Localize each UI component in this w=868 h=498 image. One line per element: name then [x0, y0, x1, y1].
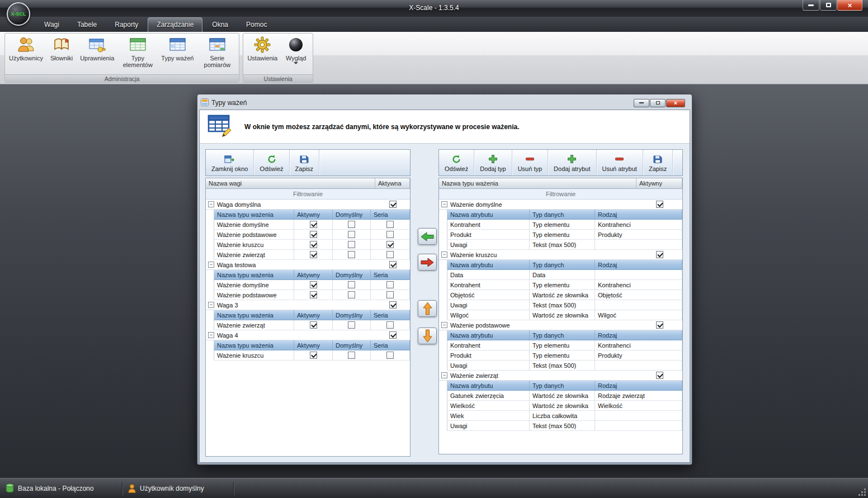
tab-wagi[interactable]: Wagi: [36, 18, 68, 32]
data-row[interactable]: UwagiTekst (max 500): [447, 240, 682, 250]
checkbox[interactable]: [348, 251, 355, 258]
data-row[interactable]: Ważenie podstawowe: [214, 230, 410, 240]
checkbox[interactable]: [389, 331, 397, 339]
data-row[interactable]: Ważenie domyślne: [214, 280, 410, 290]
checkbox[interactable]: [389, 261, 397, 268]
sub-column-header-seria[interactable]: Seria: [371, 270, 410, 279]
tab-tabele[interactable]: Tabele: [69, 18, 105, 32]
checkbox[interactable]: [386, 231, 394, 238]
sub-column-header-domyślny[interactable]: Domyślny: [333, 340, 371, 350]
checkbox[interactable]: [386, 251, 394, 258]
toolbar-button-zapisz[interactable]: Zapisz: [643, 150, 673, 176]
checkbox[interactable]: [310, 281, 317, 288]
data-row[interactable]: KontrahentTyp elementuKontrahenci: [447, 220, 682, 230]
group-row-ważenie-domyślne[interactable]: −Ważenie domyślne: [439, 200, 682, 210]
sub-column-header-nazwa-typu-ważenia[interactable]: Nazwa typu ważenia: [214, 270, 294, 279]
data-row[interactable]: UwagiTekst (max 500): [447, 300, 682, 310]
sub-column-header-aktywny[interactable]: Aktywny: [294, 270, 333, 279]
ribbon-item-wygląd[interactable]: Wygląd: [280, 34, 312, 74]
collapse-icon[interactable]: −: [441, 322, 447, 328]
sub-column-header-nazwa-typu-ważenia[interactable]: Nazwa typu ważenia: [214, 210, 294, 219]
toolbar-button-usuń-typ[interactable]: Usuń typ: [512, 150, 548, 176]
group-row-waga-4[interactable]: −Waga 4: [206, 330, 410, 340]
ribbon-item-słowniki[interactable]: Słowniki: [46, 34, 77, 74]
dialog-close-button[interactable]: ×: [666, 99, 685, 107]
sub-column-header-seria[interactable]: Seria: [371, 210, 410, 219]
sub-column-header-typ-danych[interactable]: Typ danych: [530, 210, 595, 219]
sub-column-header-rodzaj[interactable]: Rodzaj: [595, 330, 682, 340]
checkbox[interactable]: [386, 291, 394, 298]
data-row[interactable]: Ważenie domyślne: [214, 220, 410, 230]
checkbox[interactable]: [386, 221, 394, 228]
tab-okna[interactable]: Okna: [204, 18, 237, 32]
checkbox[interactable]: [656, 251, 663, 258]
sub-column-header-nazwa-typu-ważenia[interactable]: Nazwa typu ważenia: [214, 340, 294, 350]
checkbox[interactable]: [310, 251, 317, 258]
data-row[interactable]: ProduktTyp elementuProdukty: [447, 230, 682, 240]
minimize-button[interactable]: [803, 0, 819, 11]
toolbar-button-zapisz[interactable]: Zapisz: [290, 150, 319, 176]
collapse-icon[interactable]: −: [441, 252, 447, 258]
move-right-button[interactable]: [418, 254, 437, 271]
move-left-button[interactable]: [418, 228, 437, 245]
sub-column-header-aktywny[interactable]: Aktywny: [294, 210, 333, 219]
checkbox[interactable]: [656, 201, 663, 208]
group-row-ważenie-podstawowe[interactable]: −Ważenie podstawowe: [439, 320, 682, 330]
data-row[interactable]: UwagiTekst (max 500): [447, 361, 682, 371]
sub-column-header-nazwa-atrybutu[interactable]: Nazwa atrybutu: [447, 330, 530, 340]
sub-column-header-domyślny[interactable]: Domyślny: [333, 310, 371, 320]
dialog-minimize-button[interactable]: [634, 99, 649, 107]
data-row[interactable]: Ważenie podstawowe: [214, 290, 410, 300]
sub-column-header-typ-danych[interactable]: Typ danych: [530, 260, 595, 269]
ribbon-item-uprawnienia[interactable]: Uprawnienia: [77, 34, 117, 74]
sub-column-header-nazwa-typu-ważenia[interactable]: Nazwa typu ważenia: [214, 310, 294, 320]
sub-column-header-nazwa-atrybutu[interactable]: Nazwa atrybutu: [447, 210, 530, 219]
ribbon-item-typy-elementów[interactable]: Typy elementów: [117, 34, 158, 74]
sub-column-header-seria[interactable]: Seria: [371, 340, 410, 350]
collapse-icon[interactable]: −: [208, 332, 214, 338]
column-header-aktywny[interactable]: Aktywny: [636, 178, 682, 188]
checkbox[interactable]: [348, 281, 355, 288]
group-row-waga-testowa[interactable]: −Waga testowa: [206, 260, 410, 270]
sub-column-header-rodzaj[interactable]: Rodzaj: [595, 210, 682, 219]
data-row[interactable]: WiekLiczba całkowita: [447, 411, 682, 421]
checkbox[interactable]: [310, 241, 317, 248]
checkbox[interactable]: [348, 241, 355, 248]
checkbox[interactable]: [386, 241, 394, 248]
data-row[interactable]: WielkośćWartość ze słownikaWielkość: [447, 401, 682, 411]
sub-column-header-seria[interactable]: Seria: [371, 310, 410, 320]
sub-column-header-nazwa-atrybutu[interactable]: Nazwa atrybutu: [447, 381, 530, 390]
collapse-icon[interactable]: −: [441, 201, 447, 207]
close-button[interactable]: ×: [837, 0, 862, 11]
column-header-aktywna[interactable]: Aktywna: [375, 178, 410, 188]
group-row-waga-3[interactable]: −Waga 3: [206, 300, 410, 310]
sub-column-header-domyślny[interactable]: Domyślny: [333, 270, 371, 279]
ribbon-item-serie-pomiarów[interactable]: Serie pomiarów: [196, 34, 238, 74]
tab-zarządzanie[interactable]: Zarządzanie: [148, 17, 202, 32]
toolbar-button-dodaj-atrybut[interactable]: Dodaj atrybut: [548, 150, 596, 176]
toolbar-button-odśwież[interactable]: Odśwież: [254, 150, 289, 176]
dialog-titlebar[interactable]: Typy ważeń ×: [199, 96, 690, 110]
sub-column-header-domyślny[interactable]: Domyślny: [333, 210, 371, 219]
checkbox[interactable]: [348, 221, 355, 228]
ribbon-item-ustawienia[interactable]: Ustawienia: [244, 34, 280, 74]
toolbar-button-usuń-atrybut[interactable]: Usuń atrybut: [597, 150, 643, 176]
group-row-ważenie-zwierząt[interactable]: −Ważenie zwierząt: [439, 371, 682, 381]
move-down-button[interactable]: [418, 328, 437, 344]
checkbox[interactable]: [310, 352, 317, 359]
toolbar-button-zamknij-okno[interactable]: Zamknij okno: [206, 150, 254, 176]
checkbox[interactable]: [656, 321, 663, 329]
checkbox[interactable]: [656, 372, 663, 379]
toolbar-button-odśwież[interactable]: Odśwież: [439, 150, 474, 176]
ribbon-item-typy-ważeń[interactable]: Typy ważeń: [158, 34, 196, 74]
collapse-icon[interactable]: −: [208, 302, 214, 308]
checkbox[interactable]: [386, 321, 394, 329]
data-row[interactable]: ProduktTyp elementuProdukty: [447, 350, 682, 361]
collapse-icon[interactable]: −: [208, 262, 214, 268]
data-row[interactable]: Gatunek zwierzęciaWartość ze słownikaRod…: [447, 391, 682, 401]
checkbox[interactable]: [310, 221, 317, 228]
checkbox[interactable]: [310, 231, 317, 238]
collapse-icon[interactable]: −: [441, 372, 447, 378]
data-row[interactable]: DataData: [447, 270, 682, 280]
sub-column-header-aktywny[interactable]: Aktywny: [294, 310, 333, 320]
